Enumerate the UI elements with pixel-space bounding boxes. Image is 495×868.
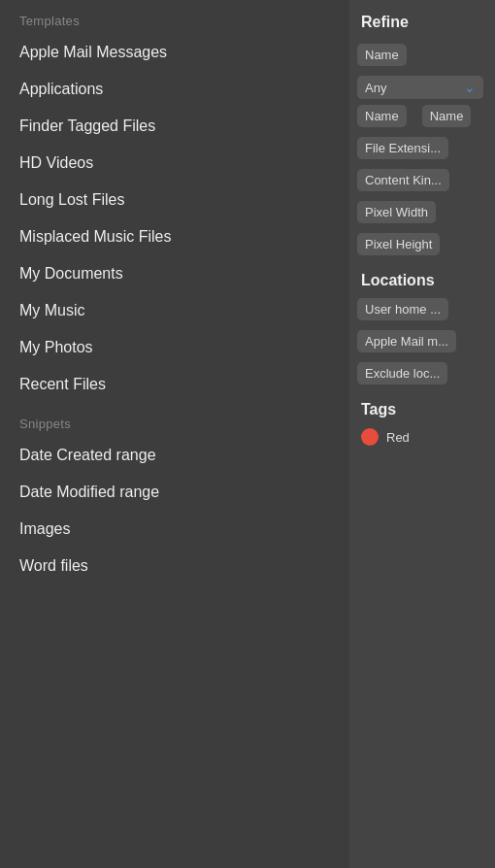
section-label-snippets: Snippets [0,403,349,437]
list-item-word-files[interactable]: Word files [0,548,349,584]
list-item-my-music[interactable]: My Music [0,292,349,329]
refine-tag-6[interactable]: Pixel Width [357,201,436,223]
locations-title: Locations [349,262,495,295]
list-item-my-photos[interactable]: My Photos [0,329,349,366]
list-item-hd-videos[interactable]: HD Videos [0,145,349,182]
refine-tag-3[interactable]: Name [422,105,472,127]
list-item-applications[interactable]: Applications [0,71,349,108]
location-tag-2[interactable]: Exclude loc... [357,362,447,384]
refine-title: Refine [349,0,495,41]
refine-tag-4[interactable]: File Extensi... [357,137,448,159]
select-text: Any [365,81,460,95]
list-item-apple-mail-messages[interactable]: Apple Mail Messages [0,34,349,71]
list-item-long-lost-files[interactable]: Long Lost Files [0,182,349,218]
list-item-date-created-range[interactable]: Date Created range [0,437,349,474]
tag-name: Red [386,430,410,445]
list-item-date-modified-range[interactable]: Date Modified range [0,474,349,511]
list-item-images[interactable]: Images [0,511,349,548]
refine-tag-2[interactable]: Name [357,105,407,127]
refine-select-1[interactable]: Any⌄ [357,76,483,99]
list-item-recent-files[interactable]: Recent Files [0,366,349,403]
tag-item-0[interactable]: Red [349,424,495,450]
list-item-my-documents[interactable]: My Documents [0,255,349,292]
location-tag-0[interactable]: User home ... [357,298,448,320]
list-item-misplaced-music-files[interactable]: Misplaced Music Files [0,218,349,255]
left-panel: TemplatesApple Mail MessagesApplications… [0,0,349,868]
section-label-templates: Templates [0,0,349,34]
refine-tag-5[interactable]: Content Kin... [357,169,449,191]
chevron-icon: ⌄ [464,80,476,95]
refine-tag-7[interactable]: Pixel Height [357,233,440,255]
location-tag-1[interactable]: Apple Mail m... [357,330,456,352]
tag-color-dot [361,428,379,446]
list-item-finder-tagged-files[interactable]: Finder Tagged Files [0,108,349,145]
right-panel: RefineNameAny⌄NameNameFile Extensi...Con… [349,0,495,868]
refine-tag-0[interactable]: Name [357,44,407,66]
tags-title: Tags [349,391,495,424]
